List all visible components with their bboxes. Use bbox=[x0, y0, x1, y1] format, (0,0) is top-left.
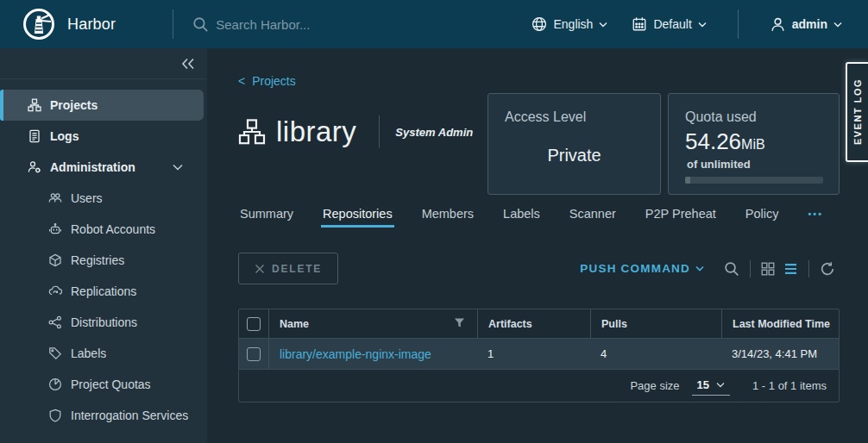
sidebar-item-label: Project Quotas bbox=[71, 377, 151, 391]
sidebar-item-robot-accounts[interactable]: Robot Accounts bbox=[0, 214, 207, 245]
logs-icon bbox=[28, 129, 41, 143]
event-log-label: EVENT LOG bbox=[852, 78, 863, 145]
globe-icon bbox=[531, 16, 547, 32]
search-icon bbox=[192, 16, 209, 33]
harbor-app: Harbor English bbox=[0, 0, 868, 443]
calendar-icon bbox=[632, 16, 647, 32]
user-menu[interactable]: admin bbox=[761, 16, 851, 33]
column-header-artifacts[interactable]: Artifacts bbox=[477, 309, 590, 338]
robot-icon bbox=[48, 222, 62, 236]
sidebar-nav: Projects Logs Administra bbox=[0, 79, 207, 431]
access-level-value: Private bbox=[488, 146, 660, 165]
sidebar-item-label: Projects bbox=[50, 98, 97, 112]
column-header-name[interactable]: Name bbox=[268, 309, 477, 338]
sidebar-item-administration[interactable]: Administration bbox=[0, 152, 207, 183]
sidebar-item-label: Robot Accounts bbox=[71, 222, 155, 236]
card-view-icon[interactable] bbox=[757, 262, 779, 276]
select-all-cell bbox=[239, 309, 268, 338]
delete-label: DELETE bbox=[272, 263, 322, 275]
sidebar: Projects Logs Administra bbox=[0, 48, 207, 443]
quota-subtitle: of unlimited bbox=[687, 158, 839, 171]
refresh-icon[interactable] bbox=[815, 261, 840, 277]
language-label: English bbox=[553, 17, 593, 31]
tab-summary[interactable]: Summary bbox=[238, 207, 295, 228]
breadcrumb[interactable]: <Projects bbox=[238, 74, 296, 88]
sidebar-item-label: Replications bbox=[71, 284, 136, 298]
shield-icon bbox=[48, 409, 62, 422]
tab-labels[interactable]: Labels bbox=[501, 207, 542, 228]
push-command-label: PUSH COMMAND bbox=[580, 262, 690, 275]
main-content: <Projects library System Admin Access Le… bbox=[207, 48, 868, 443]
sidebar-item-label: Distributions bbox=[71, 315, 137, 329]
delete-button[interactable]: DELETE bbox=[238, 253, 338, 284]
search-input[interactable] bbox=[216, 17, 475, 32]
table-row: library/example-nginx-image 1 4 3/14/23,… bbox=[239, 338, 839, 370]
page-size-select[interactable]: 15 bbox=[692, 377, 730, 396]
tag-icon bbox=[48, 346, 62, 360]
pulls-cell: 4 bbox=[590, 339, 721, 369]
users-icon bbox=[48, 191, 62, 205]
theme-menu[interactable]: Default bbox=[623, 16, 714, 32]
collapse-sidebar-icon[interactable] bbox=[181, 58, 195, 70]
sidebar-item-projects[interactable]: Projects bbox=[0, 90, 204, 121]
select-all-checkbox[interactable] bbox=[247, 317, 261, 331]
search-repositories-icon[interactable] bbox=[720, 261, 744, 277]
repo-name-cell: library/example-nginx-image bbox=[268, 339, 477, 369]
breadcrumb-label: Projects bbox=[252, 74, 296, 88]
sidebar-item-registries[interactable]: Registries bbox=[0, 245, 207, 276]
quota-progress-fill bbox=[685, 177, 690, 184]
artifacts-cell: 1 bbox=[477, 339, 590, 369]
theme-label: Default bbox=[653, 17, 691, 31]
row-select-cell bbox=[239, 339, 268, 369]
share-icon bbox=[48, 315, 62, 329]
close-icon bbox=[255, 264, 265, 274]
push-command-button[interactable]: PUSH COMMAND bbox=[580, 262, 704, 275]
sidebar-item-logs[interactable]: Logs bbox=[0, 121, 207, 152]
chevron-down-icon bbox=[171, 164, 185, 171]
column-header-pulls[interactable]: Pulls bbox=[590, 309, 721, 338]
row-checkbox[interactable] bbox=[247, 347, 261, 361]
event-log-tab[interactable]: EVENT LOG bbox=[846, 62, 868, 162]
sidebar-item-project-quotas[interactable]: Project Quotas bbox=[0, 369, 207, 400]
chevron-down-icon bbox=[833, 22, 842, 28]
sidebar-item-distributions[interactable]: Distributions bbox=[0, 307, 207, 338]
sidebar-item-labels[interactable]: Labels bbox=[0, 338, 207, 369]
tab-members[interactable]: Members bbox=[420, 207, 475, 228]
user-icon bbox=[770, 16, 786, 33]
title-divider bbox=[379, 115, 380, 148]
tab-scanner[interactable]: Scanner bbox=[568, 207, 618, 228]
projects-icon bbox=[28, 98, 41, 112]
header-actions: English Default bbox=[523, 9, 851, 39]
repo-link[interactable]: library/example-nginx-image bbox=[280, 347, 431, 361]
access-level-card: Access Level Private bbox=[487, 93, 661, 195]
sidebar-item-interrogation-services[interactable]: Interrogation Services bbox=[0, 400, 207, 431]
project-icon bbox=[238, 118, 266, 146]
sidebar-item-users[interactable]: Users bbox=[0, 183, 207, 214]
chevron-down-icon bbox=[698, 22, 707, 28]
sidebar-item-label: Registries bbox=[71, 253, 124, 267]
table-header-row: Name Artifacts Pulls Last Modified Time bbox=[239, 309, 839, 338]
role-badge: System Admin bbox=[395, 126, 473, 139]
column-header-last-modified[interactable]: Last Modified Time bbox=[721, 309, 839, 338]
table-footer: Page size 15 1 - 1 of 1 items bbox=[239, 370, 839, 402]
sidebar-item-label: Users bbox=[71, 191, 103, 205]
tab-repositories[interactable]: Repositories bbox=[321, 207, 394, 228]
access-level-title: Access Level bbox=[505, 109, 660, 125]
toolbar-separator bbox=[808, 260, 809, 278]
repositories-toolbar: DELETE PUSH COMMAND bbox=[238, 253, 840, 284]
tab-p2p-preheat[interactable]: P2P Preheat bbox=[644, 207, 718, 228]
sidebar-item-label: Labels bbox=[71, 346, 106, 360]
sidebar-item-replications[interactable]: Replications bbox=[0, 276, 207, 307]
pagination-range: 1 - 1 of 1 items bbox=[752, 379, 827, 392]
list-view-icon[interactable] bbox=[779, 262, 802, 276]
administration-icon bbox=[28, 160, 41, 174]
tab-policy[interactable]: Policy bbox=[744, 207, 781, 228]
chevron-down-icon bbox=[716, 382, 725, 388]
toolbar-separator bbox=[750, 260, 751, 278]
brand-name: Harbor bbox=[67, 16, 116, 34]
cube-icon bbox=[48, 253, 62, 267]
filter-icon[interactable] bbox=[454, 317, 465, 328]
back-arrow: < bbox=[238, 74, 245, 88]
tab-overflow[interactable]: ••• bbox=[806, 209, 825, 228]
language-menu[interactable]: English bbox=[523, 16, 616, 32]
